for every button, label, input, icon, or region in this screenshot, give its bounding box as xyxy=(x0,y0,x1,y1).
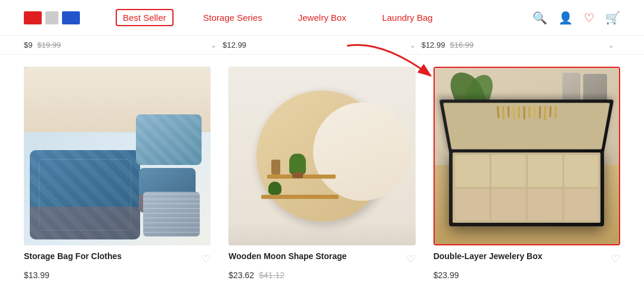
product-name-storage-bag: Storage Bag For Clothes xyxy=(24,251,122,261)
logo xyxy=(24,11,80,24)
product-info-storage-bag: Storage Bag For Clothes ♡ xyxy=(24,245,210,268)
cart-icon[interactable]: 🛒 xyxy=(605,11,620,25)
product-image-moon-storage[interactable] xyxy=(228,67,415,245)
price-col-1: $9 $19.99 ⌄ xyxy=(24,41,222,49)
nav-jewelry-box[interactable]: Jewelry Box xyxy=(292,10,352,25)
logo-red-block xyxy=(24,11,42,24)
nav-links: Best Seller Storage Series Jewelry Box L… xyxy=(116,9,532,26)
product-price-jewelry-box: $23.99 xyxy=(434,270,459,280)
product-card-jewelry-box: Double-Layer Jewelery Box ♡ $23.99 xyxy=(434,67,620,280)
product-info-jewelry-box: Double-Layer Jewelery Box ♡ xyxy=(434,245,620,268)
nav-best-seller[interactable]: Best Seller xyxy=(116,9,174,26)
logo-blue-block xyxy=(62,11,80,24)
product-grid: Storage Bag For Clothes ♡ $13.99 xyxy=(0,55,644,292)
chevron-down-1[interactable]: ⌄ xyxy=(210,41,222,49)
price-current-3: $12.99 xyxy=(422,41,445,49)
product-old-price-moon-storage: $41.12 xyxy=(259,270,284,280)
search-icon[interactable]: 🔍 xyxy=(532,11,547,25)
product-name-moon-storage: Wooden Moon Shape Storage xyxy=(228,251,346,261)
product-card-moon-storage: Wooden Moon Shape Storage ♡ $23.62 $41.1… xyxy=(228,67,415,280)
price-old-1: $19.99 xyxy=(37,41,61,49)
logo-gray-block xyxy=(45,11,58,24)
heart-icon[interactable]: ♡ xyxy=(584,11,595,25)
chevron-down-3[interactable]: ⌄ xyxy=(608,41,620,49)
price-current-1: $9 xyxy=(24,41,32,49)
product-image-jewelry-box[interactable] xyxy=(434,67,620,245)
wishlist-heart-jewelry-box[interactable]: ♡ xyxy=(611,253,620,266)
user-icon[interactable]: 👤 xyxy=(558,11,573,25)
price-strip: $9 $19.99 ⌄ $12.99 ⌄ $12.99 $16.99 ⌄ xyxy=(0,36,644,55)
product-price-row-jewelry-box: $23.99 xyxy=(434,268,620,280)
navbar: Best Seller Storage Series Jewelry Box L… xyxy=(0,0,644,36)
price-col-2: $12.99 ⌄ xyxy=(222,41,421,49)
chevron-down-2[interactable]: ⌄ xyxy=(410,41,422,49)
price-current-2: $12.99 xyxy=(222,41,246,49)
product-price-row-moon-storage: $23.62 $41.12 xyxy=(228,268,415,280)
nav-storage-series[interactable]: Storage Series xyxy=(197,10,268,25)
nav-laundry-bag[interactable]: Laundry Bag xyxy=(376,10,439,25)
nav-icons: 🔍 👤 ♡ 🛒 xyxy=(532,11,620,25)
product-info-moon-storage: Wooden Moon Shape Storage ♡ xyxy=(228,245,415,268)
price-col-3: $12.99 $16.99 ⌄ xyxy=(422,41,620,49)
product-image-storage-bag[interactable] xyxy=(24,67,210,245)
wishlist-heart-storage-bag[interactable]: ♡ xyxy=(201,253,210,266)
product-price-row-storage-bag: $13.99 xyxy=(24,268,210,280)
product-price-moon-storage: $23.62 xyxy=(228,270,254,280)
product-name-jewelry-box: Double-Layer Jewelery Box xyxy=(434,251,543,261)
price-old-3: $16.99 xyxy=(450,41,473,49)
product-price-storage-bag: $13.99 xyxy=(24,270,49,280)
wishlist-heart-moon-storage[interactable]: ♡ xyxy=(406,253,416,266)
product-card-storage-bag: Storage Bag For Clothes ♡ $13.99 xyxy=(24,67,210,280)
